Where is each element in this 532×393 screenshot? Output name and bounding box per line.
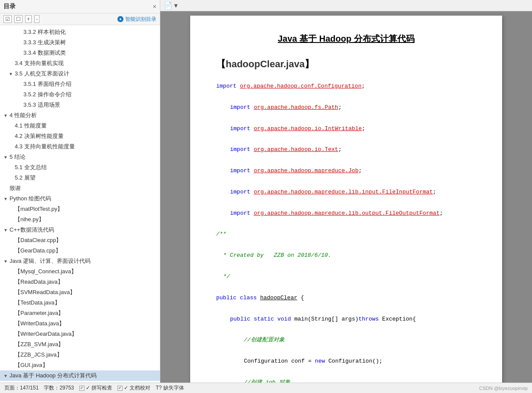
code-import2: import org.apache.hadoop.fs.Path; <box>216 102 476 112</box>
toc-item-12[interactable]: 4.3 支持向量机性能度量 <box>0 141 160 152</box>
toc-label: 【matPlotTest.py】 <box>15 205 156 213</box>
toc-item-23[interactable]: ▼Java 逻辑、计算、界面设计代码 <box>0 256 160 266</box>
spell-check-status[interactable]: ✓ 拼写检查 <box>79 384 112 392</box>
toc-label: 【WriterData.java】 <box>15 320 156 328</box>
code-class-decl: public class hadoopClear { <box>216 293 476 303</box>
toc-label: 【ZZB_JCS.java】 <box>15 351 156 359</box>
toc-arrow: ▼ <box>3 196 10 201</box>
toc-item-4[interactable]: 3.4 支持向量机实现 <box>0 58 160 69</box>
code-chinese-comment2: //创建 job 对象 <box>216 377 476 383</box>
char-count: 字数：29753 <box>44 384 74 392</box>
toc-label: 【ReadData.java】 <box>15 278 156 286</box>
toc-label: 3.3.2 样本初始化 <box>23 28 156 36</box>
toc-label: 5.2 展望 <box>15 174 156 182</box>
toc-label: 3.5 人机交互界面设计 <box>15 70 156 78</box>
toc-item-26[interactable]: 【SVMReadData.java】 <box>0 287 160 298</box>
doc-icon[interactable]: 📄 <box>164 1 172 10</box>
toc-checkbox-none[interactable]: ☐ <box>14 15 23 23</box>
toc-item-13[interactable]: ▼5 结论 <box>0 152 160 162</box>
toc-item-30[interactable]: 【WriterGearData.java】 <box>0 329 160 339</box>
toc-add-button[interactable]: + <box>25 15 32 23</box>
toc-item-32[interactable]: 【ZZB_JCS.java】 <box>0 350 160 360</box>
toc-item-15[interactable]: 5.2 展望 <box>0 173 160 183</box>
code-import1: import org.apache.hadoop.conf.Configurat… <box>216 81 476 91</box>
toc-item-33[interactable]: 【GUI.java】 <box>0 360 160 370</box>
toc-label: Java 逻辑、计算、界面设计代码 <box>10 257 156 265</box>
code-comment-start: /** <box>216 229 476 239</box>
toc-item-29[interactable]: 【WriterData.java】 <box>0 318 160 329</box>
content-toolbar: 📄 ▾ <box>160 0 532 11</box>
doc-check-icon <box>117 386 123 391</box>
sidebar-toc-list: 3.3.2 样本初始化3.3.3 生成决策树3.3.4 数据测试类3.4 支持向… <box>0 25 160 383</box>
file-name: hadoopClear.java <box>226 59 305 69</box>
toolbar-icons: ☑ ☐ + - <box>3 15 39 23</box>
toc-label: 【GUI.java】 <box>15 361 156 369</box>
toc-item-7[interactable]: 3.5.2 操作命令介绍 <box>0 89 160 100</box>
toc-label: Python 绘图代码 <box>10 195 156 203</box>
toc-label: 3.4 支持向量机实现 <box>15 59 156 67</box>
doc-wrapper[interactable]: Java 基于 Hadoop 分布式计算代码 【hadoopClear.java… <box>160 11 532 383</box>
missing-font-status[interactable]: T? 缺失字体 <box>156 384 184 392</box>
toc-item-27[interactable]: 【TestData.java】 <box>0 298 160 308</box>
toc-item-24[interactable]: 【Mysql_Connect.java】 <box>0 266 160 277</box>
toc-remove-button[interactable]: - <box>34 15 39 23</box>
content-area: 📄 ▾ Java 基于 Hadoop 分布式计算代码 【hadoopClear.… <box>160 0 532 383</box>
bracket-left: 【 <box>216 59 226 69</box>
toc-item-34[interactable]: ▼Java 基于 Hadoop 分布式计算代码 <box>0 370 160 381</box>
toc-item-6[interactable]: 3.5.1 界面组件介绍 <box>0 79 160 89</box>
main-container: 目录 × ☑ ☐ + - ● 智能识别目录 3.3.2 样本初始化3.3.3 生… <box>0 0 532 383</box>
toc-label: 5.1 全文总结 <box>15 164 156 171</box>
sidebar-title: 目录 <box>3 3 16 10</box>
smart-btn-label: 智能识别目录 <box>125 16 156 23</box>
toc-label: 【DataClear.cpp】 <box>15 236 156 244</box>
toc-checkbox-all[interactable]: ☑ <box>3 15 12 23</box>
toc-item-10[interactable]: 4.1 性能度量 <box>0 121 160 131</box>
toc-item-3[interactable]: 3.3.4 数据测试类 <box>0 48 160 58</box>
toc-item-25[interactable]: 【ReadData.java】 <box>0 277 160 287</box>
spell-check-icon <box>79 386 84 391</box>
toc-item-18[interactable]: 【matPlotTest.py】 <box>0 204 160 214</box>
toc-label: 【Mysql_Connect.java】 <box>15 268 156 275</box>
toc-label: 4.2 决策树性能度量 <box>15 132 156 140</box>
toc-item-16[interactable]: 致谢 <box>0 183 160 193</box>
toc-item-20[interactable]: ▼C++数据清洗代码 <box>0 225 160 235</box>
code-import5: import org.apache.hadoop.mapreduce.Job; <box>216 166 476 176</box>
toc-item-22[interactable]: 【GearData.cpp】 <box>0 246 160 256</box>
toc-item-5[interactable]: ▼3.5 人机交互界面设计 <box>0 69 160 79</box>
toc-arrow: ▼ <box>9 72 15 76</box>
toc-label: 【SVMReadData.java】 <box>15 288 156 296</box>
toc-item-9[interactable]: ▼4 性能分析 <box>0 110 160 121</box>
toc-label: 4 性能分析 <box>10 111 156 119</box>
watermark: CSDN @biyezuopinvip <box>479 386 528 391</box>
smart-recognize-button[interactable]: ● 智能识别目录 <box>117 16 156 23</box>
toc-item-11[interactable]: 4.2 决策树性能度量 <box>0 131 160 141</box>
toc-label: 【ZZB_SVM.java】 <box>15 341 156 348</box>
code-import3: import org.apache.hadoop.io.IntWritable; <box>216 124 476 134</box>
toc-label: 【GearData.cpp】 <box>15 247 156 255</box>
doc-check-status[interactable]: ✓ 文档校对 <box>117 384 150 392</box>
toc-item-14[interactable]: 5.1 全文总结 <box>0 162 160 173</box>
smart-icon: ● <box>117 16 123 22</box>
code-conf-line: Configuration conf = new Configuration()… <box>216 356 476 366</box>
sidebar-close-button[interactable]: × <box>153 3 156 10</box>
toc-item-17[interactable]: ▼Python 绘图代码 <box>0 193 160 204</box>
toc-item-8[interactable]: 3.5.3 适用场景 <box>0 100 160 110</box>
sidebar: 目录 × ☑ ☐ + - ● 智能识别目录 3.3.2 样本初始化3.3.3 生… <box>0 0 160 383</box>
toc-item-31[interactable]: 【ZZB_SVM.java】 <box>0 339 160 350</box>
status-left: 页面：147/151 字数：29753 ✓ 拼写检查 ✓ 文档校对 T? 缺失字… <box>4 384 184 392</box>
toc-item-2[interactable]: 3.3.3 生成决策树 <box>0 37 160 48</box>
toolbar-dropdown[interactable]: ▾ <box>174 1 178 10</box>
code-import4: import org.apache.hadoop.io.Text; <box>216 144 476 154</box>
toc-arrow: ▼ <box>3 228 10 233</box>
bracket-right: 】 <box>305 59 314 69</box>
toc-item-19[interactable]: 【nihe.py】 <box>0 214 160 225</box>
toc-item-28[interactable]: 【Parameter.java】 <box>0 308 160 318</box>
status-bar: 页面：147/151 字数：29753 ✓ 拼写检查 ✓ 文档校对 T? 缺失字… <box>0 383 532 393</box>
doc-page: Java 基于 Hadoop 分布式计算代码 【hadoopClear.java… <box>190 16 502 383</box>
toc-item-1[interactable]: 3.3.2 样本初始化 <box>0 27 160 37</box>
code-comment-end: */ <box>216 272 476 282</box>
toc-label: 4.1 性能度量 <box>15 122 156 130</box>
code-import6: import org.apache.hadoop.mapreduce.lib.i… <box>216 187 476 197</box>
doc-title: Java 基于 Hadoop 分布式计算代码 <box>216 33 476 45</box>
toc-item-21[interactable]: 【DataClear.cpp】 <box>0 235 160 246</box>
